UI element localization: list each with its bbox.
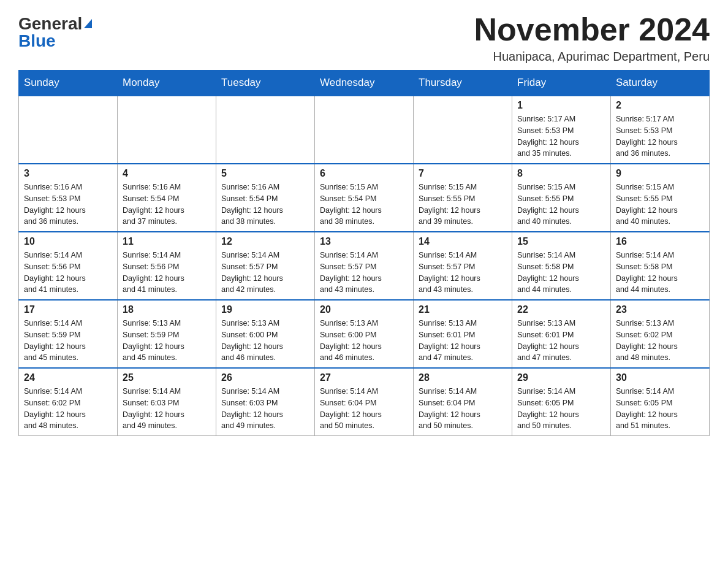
calendar-header-monday: Monday: [118, 71, 216, 96]
calendar-week-1: 1Sunrise: 5:17 AM Sunset: 5:53 PM Daylig…: [19, 96, 710, 164]
calendar-week-4: 17Sunrise: 5:14 AM Sunset: 5:59 PM Dayli…: [19, 300, 710, 368]
day-number: 29: [517, 372, 605, 383]
calendar-cell: 9Sunrise: 5:15 AM Sunset: 5:55 PM Daylig…: [611, 164, 710, 232]
day-info: Sunrise: 5:13 AM Sunset: 6:01 PM Dayligh…: [517, 318, 605, 364]
day-number: 2: [616, 100, 704, 111]
calendar-header-thursday: Thursday: [414, 71, 512, 96]
day-number: 15: [517, 236, 605, 247]
day-number: 11: [123, 236, 211, 247]
calendar-header-friday: Friday: [512, 71, 611, 96]
calendar-cell: 12Sunrise: 5:14 AM Sunset: 5:57 PM Dayli…: [216, 232, 315, 300]
calendar-cell: 14Sunrise: 5:14 AM Sunset: 5:57 PM Dayli…: [414, 232, 512, 300]
logo-blue: Blue: [18, 31, 56, 50]
day-info: Sunrise: 5:13 AM Sunset: 5:59 PM Dayligh…: [123, 318, 211, 364]
calendar-cell: 25Sunrise: 5:14 AM Sunset: 6:03 PM Dayli…: [118, 368, 216, 436]
calendar-cell: 28Sunrise: 5:14 AM Sunset: 6:04 PM Dayli…: [414, 368, 512, 436]
calendar-cell: 18Sunrise: 5:13 AM Sunset: 5:59 PM Dayli…: [118, 300, 216, 368]
calendar-cell: [118, 96, 216, 164]
calendar-cell: 16Sunrise: 5:14 AM Sunset: 5:58 PM Dayli…: [611, 232, 710, 300]
day-info: Sunrise: 5:16 AM Sunset: 5:54 PM Dayligh…: [123, 182, 211, 228]
calendar-table: SundayMondayTuesdayWednesdayThursdayFrid…: [18, 70, 710, 436]
day-number: 14: [419, 236, 507, 247]
logo-general: General: [18, 15, 82, 33]
day-number: 16: [616, 236, 704, 247]
calendar-cell: 19Sunrise: 5:13 AM Sunset: 6:00 PM Dayli…: [216, 300, 315, 368]
day-number: 19: [221, 304, 309, 315]
calendar-cell: 6Sunrise: 5:15 AM Sunset: 5:54 PM Daylig…: [315, 164, 414, 232]
day-number: 5: [221, 168, 309, 179]
day-info: Sunrise: 5:14 AM Sunset: 5:56 PM Dayligh…: [24, 250, 112, 296]
day-info: Sunrise: 5:15 AM Sunset: 5:55 PM Dayligh…: [419, 182, 507, 228]
calendar-cell: [414, 96, 512, 164]
day-number: 24: [24, 372, 112, 383]
day-number: 26: [221, 372, 309, 383]
day-info: Sunrise: 5:16 AM Sunset: 5:54 PM Dayligh…: [221, 182, 309, 228]
day-number: 30: [616, 372, 704, 383]
day-info: Sunrise: 5:13 AM Sunset: 6:02 PM Dayligh…: [616, 318, 704, 364]
day-number: 9: [616, 168, 704, 179]
day-info: Sunrise: 5:17 AM Sunset: 5:53 PM Dayligh…: [616, 113, 704, 159]
day-number: 6: [320, 168, 408, 179]
day-info: Sunrise: 5:15 AM Sunset: 5:55 PM Dayligh…: [616, 182, 704, 228]
day-info: Sunrise: 5:14 AM Sunset: 5:58 PM Dayligh…: [616, 250, 704, 296]
day-number: 3: [24, 168, 112, 179]
logo: General Blue: [18, 12, 92, 50]
calendar-cell: 29Sunrise: 5:14 AM Sunset: 6:05 PM Dayli…: [512, 368, 611, 436]
day-info: Sunrise: 5:14 AM Sunset: 6:03 PM Dayligh…: [221, 386, 309, 432]
calendar-week-2: 3Sunrise: 5:16 AM Sunset: 5:53 PM Daylig…: [19, 164, 710, 232]
day-info: Sunrise: 5:14 AM Sunset: 6:05 PM Dayligh…: [616, 386, 704, 432]
title-block: November 2024 Huanipaca, Apurimac Depart…: [474, 12, 710, 64]
calendar-cell: [19, 96, 118, 164]
calendar-cell: 8Sunrise: 5:15 AM Sunset: 5:55 PM Daylig…: [512, 164, 611, 232]
calendar-cell: 2Sunrise: 5:17 AM Sunset: 5:53 PM Daylig…: [611, 96, 710, 164]
day-info: Sunrise: 5:14 AM Sunset: 6:02 PM Dayligh…: [24, 386, 112, 432]
day-info: Sunrise: 5:13 AM Sunset: 6:01 PM Dayligh…: [419, 318, 507, 364]
day-info: Sunrise: 5:14 AM Sunset: 5:57 PM Dayligh…: [221, 250, 309, 296]
day-info: Sunrise: 5:14 AM Sunset: 6:05 PM Dayligh…: [517, 386, 605, 432]
calendar-cell: 24Sunrise: 5:14 AM Sunset: 6:02 PM Dayli…: [19, 368, 118, 436]
day-info: Sunrise: 5:13 AM Sunset: 6:00 PM Dayligh…: [320, 318, 408, 364]
calendar-cell: 1Sunrise: 5:17 AM Sunset: 5:53 PM Daylig…: [512, 96, 611, 164]
day-number: 1: [517, 100, 605, 111]
day-info: Sunrise: 5:17 AM Sunset: 5:53 PM Dayligh…: [517, 113, 605, 159]
calendar-cell: 3Sunrise: 5:16 AM Sunset: 5:53 PM Daylig…: [19, 164, 118, 232]
day-info: Sunrise: 5:14 AM Sunset: 5:58 PM Dayligh…: [517, 250, 605, 296]
calendar-cell: 23Sunrise: 5:13 AM Sunset: 6:02 PM Dayli…: [611, 300, 710, 368]
day-number: 20: [320, 304, 408, 315]
calendar-cell: 26Sunrise: 5:14 AM Sunset: 6:03 PM Dayli…: [216, 368, 315, 436]
calendar-cell: 27Sunrise: 5:14 AM Sunset: 6:04 PM Dayli…: [315, 368, 414, 436]
day-info: Sunrise: 5:14 AM Sunset: 5:57 PM Dayligh…: [419, 250, 507, 296]
day-info: Sunrise: 5:16 AM Sunset: 5:53 PM Dayligh…: [24, 182, 112, 228]
logo-triangle-icon: [84, 19, 92, 28]
day-info: Sunrise: 5:14 AM Sunset: 6:03 PM Dayligh…: [123, 386, 211, 432]
day-number: 22: [517, 304, 605, 315]
day-number: 18: [123, 304, 211, 315]
day-number: 4: [123, 168, 211, 179]
day-info: Sunrise: 5:14 AM Sunset: 6:04 PM Dayligh…: [419, 386, 507, 432]
calendar-cell: 7Sunrise: 5:15 AM Sunset: 5:55 PM Daylig…: [414, 164, 512, 232]
day-number: 25: [123, 372, 211, 383]
day-info: Sunrise: 5:15 AM Sunset: 5:55 PM Dayligh…: [517, 182, 605, 228]
day-number: 7: [419, 168, 507, 179]
day-number: 27: [320, 372, 408, 383]
day-number: 21: [419, 304, 507, 315]
calendar-header-saturday: Saturday: [611, 71, 710, 96]
calendar-cell: 10Sunrise: 5:14 AM Sunset: 5:56 PM Dayli…: [19, 232, 118, 300]
calendar-cell: 5Sunrise: 5:16 AM Sunset: 5:54 PM Daylig…: [216, 164, 315, 232]
day-info: Sunrise: 5:14 AM Sunset: 5:56 PM Dayligh…: [123, 250, 211, 296]
day-number: 12: [221, 236, 309, 247]
calendar-week-3: 10Sunrise: 5:14 AM Sunset: 5:56 PM Dayli…: [19, 232, 710, 300]
calendar-cell: 20Sunrise: 5:13 AM Sunset: 6:00 PM Dayli…: [315, 300, 414, 368]
page-title: November 2024: [474, 12, 710, 47]
day-number: 28: [419, 372, 507, 383]
calendar-header-sunday: Sunday: [19, 71, 118, 96]
day-number: 8: [517, 168, 605, 179]
day-number: 23: [616, 304, 704, 315]
day-info: Sunrise: 5:15 AM Sunset: 5:54 PM Dayligh…: [320, 182, 408, 228]
calendar-cell: 30Sunrise: 5:14 AM Sunset: 6:05 PM Dayli…: [611, 368, 710, 436]
calendar-cell: 21Sunrise: 5:13 AM Sunset: 6:01 PM Dayli…: [414, 300, 512, 368]
day-info: Sunrise: 5:14 AM Sunset: 5:57 PM Dayligh…: [320, 250, 408, 296]
calendar-cell: 22Sunrise: 5:13 AM Sunset: 6:01 PM Dayli…: [512, 300, 611, 368]
calendar-cell: [216, 96, 315, 164]
calendar-cell: 15Sunrise: 5:14 AM Sunset: 5:58 PM Dayli…: [512, 232, 611, 300]
